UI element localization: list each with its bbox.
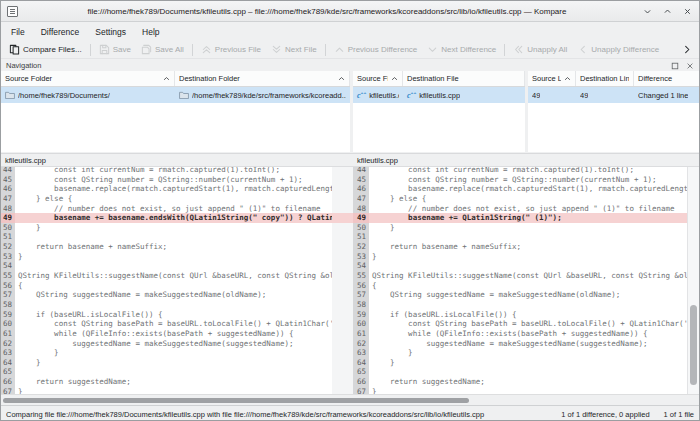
files-header: Source FileDestination File xyxy=(353,71,525,87)
code-line: 46 basename.replace(rmatch.capturedStart… xyxy=(1,184,332,194)
toolbar: Compare Files...SaveSave AllPrevious Fil… xyxy=(1,41,699,59)
column-header-destination-line[interactable]: Destination Line xyxy=(576,71,634,86)
toolbar-button-unapply-all[interactable]: Unapply All xyxy=(508,43,572,56)
toolbar-separator xyxy=(325,44,326,56)
code-line: 47 } else { xyxy=(1,194,332,204)
line-number: 48 xyxy=(1,204,15,214)
code-text: basename.replace(rmatch.capturedStart(1)… xyxy=(15,184,332,194)
code-text: suggestedName = makeSuggestedName(sugges… xyxy=(369,339,689,349)
lines-row[interactable]: 4949Changed 1 line xyxy=(528,87,700,103)
code-text: { xyxy=(369,281,689,291)
line-number: 49 xyxy=(353,213,369,223)
toolbar-button-compare-files[interactable]: Compare Files... xyxy=(4,43,87,56)
diff-view: 44 const int currentNum = rmatch.capture… xyxy=(1,167,699,394)
menu-settings[interactable]: Settings xyxy=(87,24,134,40)
toolbar-button-label: Unapply All xyxy=(527,45,567,54)
cell-text: 49 xyxy=(532,91,540,100)
toolbar-separator xyxy=(90,44,91,56)
code-text xyxy=(15,367,332,377)
line-number: 53 xyxy=(353,252,369,262)
destination-pane-title: kfileutils.cpp xyxy=(357,156,398,165)
line-number: 63 xyxy=(1,348,15,358)
menu-difference[interactable]: Difference xyxy=(33,24,88,40)
toolbar-button-previous-difference[interactable]: Previous Difference xyxy=(329,43,423,56)
menu-help[interactable]: Help xyxy=(134,24,167,40)
code-text xyxy=(15,232,332,242)
column-header-source-file[interactable]: Source File xyxy=(353,71,403,86)
folders-header: Source FolderDestination Folder xyxy=(1,71,350,87)
titlebar[interactable]: file:///home/fhek789/Documents/kfileutil… xyxy=(1,1,699,22)
menu-file[interactable]: File xyxy=(3,24,33,40)
toolbar-button-save[interactable]: Save xyxy=(94,43,136,56)
folders-row[interactable]: /home/fhek789/Documents//home/fhek789/kd… xyxy=(1,87,350,103)
line-number: 48 xyxy=(353,204,369,214)
code-line: 65 xyxy=(1,367,332,377)
column-header-difference[interactable]: Difference xyxy=(634,71,700,86)
files-cell: c++kfileutils.c... xyxy=(353,90,403,100)
toolbar-button-next-difference[interactable]: Next Difference xyxy=(422,43,501,56)
sort-indicator-icon xyxy=(163,74,170,83)
window-controls xyxy=(642,6,693,17)
toolbar-button-save-all[interactable]: Save All xyxy=(136,43,189,56)
code-text: const int currentNum = rmatch.captured(1… xyxy=(15,167,332,175)
files-row[interactable]: c++kfileutils.c...c++kfileutils.cpp xyxy=(353,87,525,103)
code-line: 66 return suggestedName; xyxy=(1,377,332,387)
menu-bar: FileDifferenceSettingsHelp xyxy=(1,22,699,41)
maximize-icon[interactable] xyxy=(662,6,673,17)
cell-text: Changed 1 line xyxy=(638,91,688,100)
minimize-icon[interactable] xyxy=(642,6,653,17)
file-count: 1 of 1 file xyxy=(664,410,694,419)
navigation-dock-title: Navigation xyxy=(6,61,671,70)
cell-text: /home/fhek789/Documents/ xyxy=(18,91,110,100)
difference-count: 1 of 1 difference, 0 applied xyxy=(561,410,649,419)
code-line: 61 while (QFileInfo::exists(basePath + s… xyxy=(353,329,689,339)
navigation-dock-header: Navigation xyxy=(1,59,699,71)
code-line: 44 const int currentNum = rmatch.capture… xyxy=(1,167,332,175)
destination-code-pane[interactable]: 44 const int currentNum = rmatch.capture… xyxy=(353,167,689,394)
code-text xyxy=(369,300,689,310)
line-number: 60 xyxy=(353,319,369,329)
code-line: 56{ xyxy=(353,281,689,291)
horizontal-scrollbar-handle[interactable] xyxy=(3,398,469,403)
code-line: 50 } xyxy=(1,223,332,233)
code-line-changed: 49 basename += basename.endsWith(QLatin1… xyxy=(1,213,332,223)
code-text: return basename + nameSuffix; xyxy=(15,242,332,252)
chevron-down-icon xyxy=(427,44,438,55)
vertical-scrollbar-handle[interactable] xyxy=(690,305,697,384)
code-line: 67} xyxy=(1,387,332,394)
sort-indicator-icon xyxy=(391,74,398,83)
code-line: 53} xyxy=(1,252,332,262)
column-header-source-folder[interactable]: Source Folder xyxy=(1,71,175,86)
line-number: 66 xyxy=(1,377,15,387)
column-header-label: Source Line xyxy=(532,74,561,83)
line-number: 61 xyxy=(1,329,15,339)
vertical-scrollbar[interactable] xyxy=(687,167,699,394)
code-text: // number does not exist, so just append… xyxy=(369,204,689,214)
line-number: 67 xyxy=(353,387,369,394)
source-code-pane[interactable]: 44 const int currentNum = rmatch.capture… xyxy=(1,167,332,394)
code-line: 54 xyxy=(1,261,332,271)
horizontal-scrollbar[interactable] xyxy=(1,394,699,405)
navigation-lines-list: Source LineDestination LineDifference494… xyxy=(528,71,700,152)
line-number: 54 xyxy=(353,261,369,271)
code-line: 63 } xyxy=(1,348,332,358)
line-number: 62 xyxy=(353,339,369,349)
toolbar-button-previous-file[interactable]: Previous File xyxy=(196,43,266,56)
line-number: 47 xyxy=(353,194,369,204)
app-icon xyxy=(7,6,18,17)
toolbar-button-label: Next Difference xyxy=(441,45,496,54)
cpp-file-icon: c++ xyxy=(357,90,366,100)
column-header-destination-folder[interactable]: Destination Folder xyxy=(175,71,350,86)
code-line: 59 if (baseURL.isLocalFile()) { xyxy=(1,310,332,320)
toolbar-button-unapply-difference[interactable]: Unapply Difference xyxy=(572,43,664,56)
toolbar-overflow-icon[interactable] xyxy=(682,44,693,55)
column-header-source-line[interactable]: Source Line xyxy=(528,71,576,86)
close-icon[interactable] xyxy=(682,6,693,17)
line-number: 44 xyxy=(353,167,369,175)
toolbar-button-next-file[interactable]: Next File xyxy=(266,43,322,56)
line-number: 67 xyxy=(1,387,15,394)
double-chevron-up-icon xyxy=(201,44,212,55)
toolbar-button-label: Save All xyxy=(155,45,184,54)
code-line: 50 } xyxy=(353,223,689,233)
column-header-destination-file[interactable]: Destination File xyxy=(403,71,525,86)
